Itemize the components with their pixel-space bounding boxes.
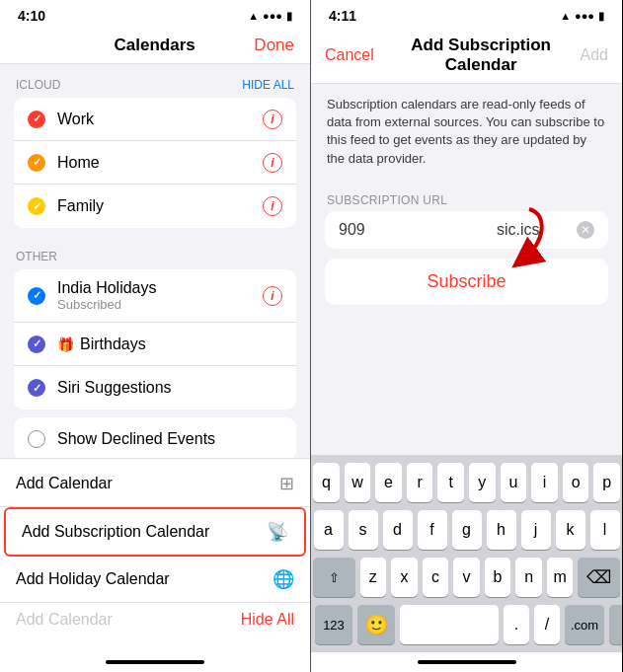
key-k[interactable]: k	[556, 510, 585, 550]
key-w[interactable]: w	[345, 463, 371, 502]
key-r[interactable]: r	[407, 463, 433, 502]
siri-suggestions-dot	[28, 379, 45, 397]
key-v[interactable]: v	[453, 558, 480, 597]
hide-all-link[interactable]: Hide All	[241, 611, 294, 629]
key-m[interactable]: m	[547, 558, 574, 597]
show-declined-events-item[interactable]: Show Declined Events	[14, 417, 296, 458]
key-f[interactable]: f	[418, 510, 447, 550]
list-item[interactable]: Work i	[14, 98, 296, 141]
work-info-icon[interactable]: i	[263, 110, 282, 129]
left-status-time: 4:10	[18, 8, 45, 24]
delete-key[interactable]: ⌫	[578, 558, 620, 597]
add-subscription-label: Add Subscription Calendar	[22, 523, 209, 541]
list-item[interactable]: Siri Suggestions	[14, 366, 296, 410]
birthdays-dot	[28, 336, 45, 353]
left-nav-bar: Calendars Done	[0, 28, 310, 64]
india-holidays-info-icon[interactable]: i	[263, 286, 282, 306]
key-y[interactable]: y	[469, 463, 496, 502]
right-home-bar	[418, 660, 516, 664]
work-calendar-name: Work	[57, 111, 263, 128]
right-phone: 4:11 ▲ ●●● ▮ Cancel Add Subscription Cal…	[311, 0, 622, 672]
key-b[interactable]: b	[485, 558, 511, 597]
home-info-icon[interactable]: i	[263, 153, 282, 173]
key-h[interactable]: h	[487, 510, 516, 550]
add-calendar-link[interactable]: Add Calendar	[16, 611, 113, 629]
subscription-url-input-wrap[interactable]: ✕	[325, 211, 608, 249]
add-subscription-calendar-menu-item[interactable]: Add Subscription Calendar 📡	[4, 507, 306, 557]
modal-nav: Cancel Add Subscription Calendar Add	[311, 28, 622, 84]
key-a[interactable]: a	[314, 510, 344, 550]
key-j[interactable]: j	[521, 510, 551, 550]
done-button[interactable]: Done	[254, 36, 294, 55]
key-n[interactable]: n	[515, 558, 542, 597]
right-wifi-icon: ▲	[560, 10, 571, 22]
birthdays-calendar-name: Birthdays	[80, 336, 282, 353]
hide-all-button[interactable]: HIDE ALL	[242, 78, 294, 92]
clear-url-button[interactable]: ✕	[577, 221, 594, 239]
space-key[interactable]	[400, 605, 499, 644]
list-item[interactable]: Home i	[14, 141, 296, 185]
other-calendar-group: India Holidays Subscribed i 🎁 Birthdays …	[14, 269, 296, 410]
num-key[interactable]: 123	[315, 605, 352, 644]
add-calendar-menu-item[interactable]: Add Calendar ⊞	[0, 461, 310, 507]
shift-key[interactable]: ⇧	[313, 558, 355, 597]
family-calendar-name: Family	[57, 197, 263, 215]
key-o[interactable]: o	[563, 463, 589, 502]
add-button[interactable]: Add	[581, 46, 608, 64]
dot-key[interactable]: .	[504, 605, 529, 644]
right-status-time: 4:11	[329, 8, 356, 24]
dotcom-key[interactable]: .com	[565, 605, 604, 644]
key-u[interactable]: u	[501, 463, 527, 502]
key-e[interactable]: e	[375, 463, 402, 502]
key-z[interactable]: z	[360, 558, 387, 597]
key-d[interactable]: d	[383, 510, 413, 550]
battery-icon: ▮	[286, 10, 292, 23]
family-info-icon[interactable]: i	[263, 196, 282, 216]
key-g[interactable]: g	[452, 510, 482, 550]
declined-events-label: Show Declined Events	[57, 430, 282, 448]
keyboard-row-1: q w e r t y u i o p	[313, 463, 620, 502]
home-dot	[28, 154, 45, 172]
icloud-calendar-group: Work i Home i Family i	[14, 98, 296, 228]
home-bar	[106, 660, 204, 664]
bottom-links: Add Calendar Hide All	[0, 603, 310, 633]
key-x[interactable]: x	[391, 558, 418, 597]
family-dot	[28, 197, 45, 215]
add-holiday-icon: 🌐	[273, 568, 294, 590]
left-status-icons: ▲ ●●● ▮	[248, 10, 292, 23]
list-item[interactable]: India Holidays Subscribed i	[14, 269, 296, 323]
left-status-bar: 4:10 ▲ ●●● ▮	[0, 0, 310, 28]
key-q[interactable]: q	[313, 463, 340, 502]
key-s[interactable]: s	[349, 510, 378, 550]
nav-title: Calendars	[55, 36, 254, 55]
work-dot	[28, 111, 45, 128]
calendar-scroll: ICLOUD HIDE ALL Work i Home i Family i O…	[0, 64, 310, 458]
list-item[interactable]: 🎁 Birthdays	[14, 323, 296, 366]
return-key[interactable]: return	[609, 605, 622, 644]
subscription-url-label: SUBSCRIPTION URL	[311, 187, 622, 211]
modal-description: Subscription calendars are read-only fee…	[311, 84, 622, 180]
other-section-header: OTHER	[0, 236, 310, 267]
emoji-key[interactable]: 🙂	[357, 605, 395, 644]
add-subscription-icon: 📡	[267, 521, 288, 543]
cancel-button[interactable]: Cancel	[325, 46, 374, 64]
key-t[interactable]: t	[437, 463, 464, 502]
subscription-url-input[interactable]	[339, 221, 577, 239]
right-battery-icon: ▮	[598, 10, 604, 23]
wifi-icon: ▲	[248, 10, 259, 22]
bottom-menu: Add Calendar ⊞ Add Subscription Calendar…	[0, 458, 310, 652]
key-l[interactable]: l	[590, 510, 620, 550]
add-holiday-calendar-menu-item[interactable]: Add Holiday Calendar 🌐	[0, 557, 310, 603]
list-item[interactable]: Family i	[14, 185, 296, 228]
key-p[interactable]: p	[593, 463, 620, 502]
declined-dot	[28, 430, 45, 448]
left-phone: 4:10 ▲ ●●● ▮ Calendars Done ICLOUD HIDE …	[0, 0, 311, 672]
subscribe-button[interactable]: Subscribe	[325, 259, 608, 305]
key-c[interactable]: c	[423, 558, 449, 597]
home-calendar-name: Home	[57, 154, 263, 172]
keyboard: q w e r t y u i o p a s d f g h j k l ⇧ …	[311, 455, 622, 652]
key-i[interactable]: i	[531, 463, 558, 502]
add-calendar-label: Add Calendar	[16, 475, 113, 492]
right-signal-icon: ●●●	[575, 10, 594, 22]
slash-key[interactable]: /	[534, 605, 560, 644]
